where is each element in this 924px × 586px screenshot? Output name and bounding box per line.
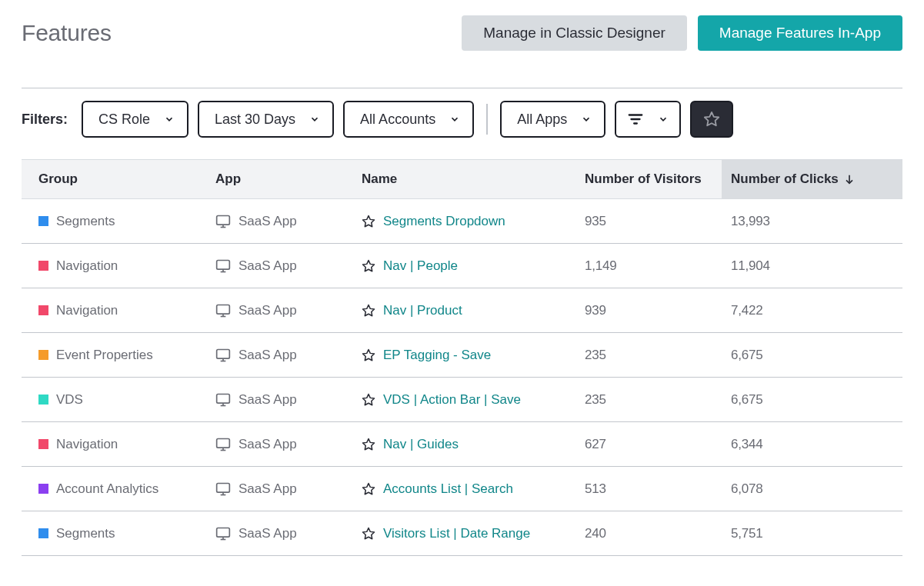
svg-marker-12 (363, 260, 375, 271)
feature-link[interactable]: VDS | Action Bar | Save (383, 392, 521, 408)
svg-marker-20 (363, 349, 375, 360)
svg-marker-3 (705, 112, 719, 125)
chevron-down-icon (581, 114, 592, 125)
cell-name: Accounts List | Search (352, 481, 575, 497)
filter-apps[interactable]: All Apps (500, 101, 605, 138)
svg-rect-29 (217, 483, 230, 492)
cell-name: VDS | Action Bar | Save (352, 392, 575, 408)
divider (22, 88, 902, 88)
cell-visitors: 240 (575, 526, 722, 541)
monitor-icon (215, 348, 231, 363)
col-app[interactable]: App (206, 171, 352, 187)
filters-row: Filters: CS Role Last 30 Days All Accoun… (22, 101, 902, 138)
features-table: Group App Name Number of Visitors Number… (22, 159, 902, 556)
filters-label: Filters: (22, 112, 68, 128)
cell-name: Nav | Guides (352, 437, 575, 452)
monitor-icon (215, 526, 231, 541)
cell-clicks: 6,344 (722, 437, 902, 452)
cell-clicks: 7,422 (722, 303, 902, 318)
cell-visitors: 627 (575, 437, 722, 452)
cell-group: Navigation (22, 437, 206, 452)
svg-rect-13 (217, 305, 230, 314)
cell-name: Nav | People (352, 258, 575, 274)
col-group[interactable]: Group (22, 171, 206, 187)
cell-group: Segments (22, 526, 206, 541)
star-icon (703, 111, 720, 128)
svg-rect-17 (217, 349, 230, 358)
cell-name: Nav | Product (352, 303, 575, 318)
favorite-star-icon[interactable] (362, 482, 375, 496)
favorite-star-icon[interactable] (362, 215, 375, 228)
feature-link[interactable]: EP Tagging - Save (383, 348, 491, 363)
favorite-star-icon[interactable] (362, 259, 375, 273)
svg-rect-5 (217, 215, 230, 225)
table-row: SegmentsSaaS AppSegments Dropdown93513,9… (22, 199, 902, 244)
cell-clicks: 6,675 (722, 348, 902, 363)
feature-link[interactable]: Accounts List | Search (383, 481, 513, 497)
manage-in-app-button[interactable]: Manage Features In-App (698, 15, 902, 51)
feature-link[interactable]: Segments Dropdown (383, 214, 505, 229)
page-title: Features (22, 20, 112, 46)
app-name: SaaS App (239, 214, 297, 229)
cell-clicks: 5,751 (722, 526, 902, 541)
table-row: NavigationSaaS AppNav | People1,14911,90… (22, 244, 902, 288)
feature-link[interactable]: Visitors List | Date Range (383, 526, 530, 541)
group-name: Segments (56, 526, 115, 541)
cell-group: Event Properties (22, 348, 206, 363)
app-name: SaaS App (239, 526, 297, 541)
group-name: VDS (56, 392, 83, 408)
app-name: SaaS App (239, 348, 297, 363)
cell-visitors: 939 (575, 303, 722, 318)
favorites-toggle[interactable] (690, 101, 733, 138)
filter-role[interactable]: CS Role (82, 101, 188, 138)
chevron-down-icon (658, 114, 669, 125)
cell-app: SaaS App (206, 437, 352, 452)
cell-group: Navigation (22, 258, 206, 274)
table-row: Event PropertiesSaaS AppEP Tagging - Sav… (22, 333, 902, 378)
cell-app: SaaS App (206, 481, 352, 497)
app-name: SaaS App (239, 392, 297, 408)
monitor-icon (215, 481, 231, 497)
svg-marker-36 (363, 528, 375, 538)
filter-accounts[interactable]: All Accounts (343, 101, 474, 138)
manage-classic-button[interactable]: Manage in Classic Designer (462, 15, 687, 51)
col-name[interactable]: Name (352, 171, 575, 187)
group-color-swatch (38, 350, 48, 360)
favorite-star-icon[interactable] (362, 348, 375, 362)
favorite-star-icon[interactable] (362, 527, 375, 541)
favorite-star-icon[interactable] (362, 304, 375, 318)
feature-link[interactable]: Nav | Guides (383, 437, 459, 452)
filter-columns[interactable] (615, 101, 681, 138)
cell-app: SaaS App (206, 214, 352, 229)
cell-visitors: 513 (575, 481, 722, 497)
cell-app: SaaS App (206, 258, 352, 274)
group-name: Account Analytics (56, 481, 158, 497)
group-color-swatch (38, 395, 48, 405)
feature-link[interactable]: Nav | Product (383, 303, 462, 318)
filter-accounts-label: All Accounts (360, 112, 435, 128)
col-clicks[interactable]: Number of Clicks (722, 160, 902, 198)
group-name: Navigation (56, 303, 118, 318)
feature-link[interactable]: Nav | People (383, 258, 458, 274)
favorite-star-icon[interactable] (362, 393, 375, 407)
table-header: Group App Name Number of Visitors Number… (22, 159, 902, 199)
filter-date[interactable]: Last 30 Days (198, 101, 334, 138)
table-row: SegmentsSaaS AppVisitors List | Date Ran… (22, 511, 902, 556)
monitor-icon (215, 437, 231, 452)
cell-app: SaaS App (206, 348, 352, 363)
group-name: Navigation (56, 258, 118, 274)
cell-app: SaaS App (206, 303, 352, 318)
col-visitors[interactable]: Number of Visitors (575, 171, 722, 187)
chevron-down-icon (164, 114, 175, 125)
sort-desc-icon (843, 173, 856, 185)
app-name: SaaS App (239, 258, 297, 274)
filter-date-label: Last 30 Days (215, 112, 295, 128)
favorite-star-icon[interactable] (362, 438, 375, 451)
chevron-down-icon (309, 114, 320, 125)
header-buttons: Manage in Classic Designer Manage Featur… (462, 15, 902, 51)
cell-visitors: 935 (575, 214, 722, 229)
page-header: Features Manage in Classic Designer Mana… (22, 15, 902, 51)
cell-group: VDS (22, 392, 206, 408)
svg-marker-8 (363, 215, 375, 226)
monitor-icon (215, 303, 231, 318)
